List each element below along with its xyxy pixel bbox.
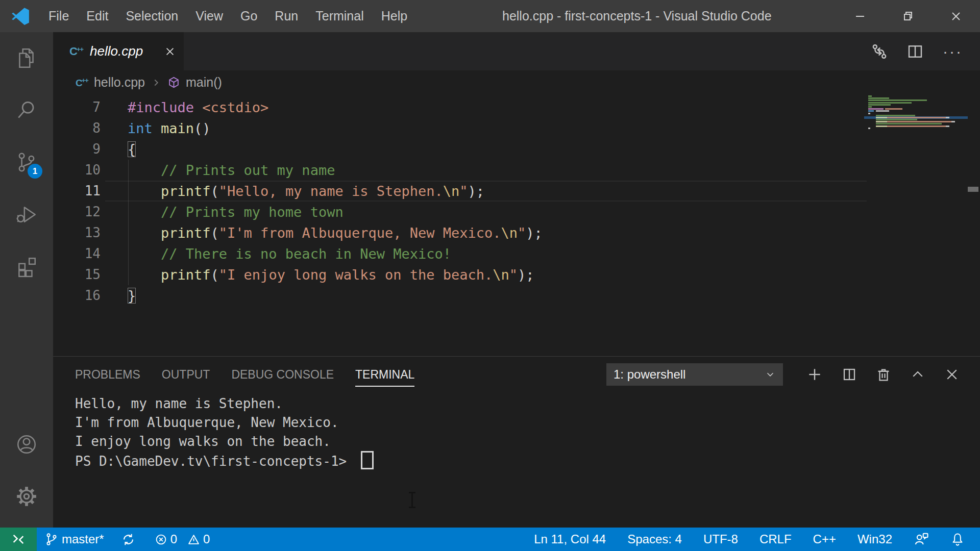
code-token: printf: [161, 267, 211, 283]
code-token: }: [128, 288, 136, 304]
code-token: \n: [493, 267, 509, 283]
minimap-seg: [876, 115, 916, 116]
code-text: // Prints out my name: [128, 160, 335, 181]
status-item-crlf[interactable]: CRLF: [760, 532, 792, 546]
code-token: );: [518, 267, 534, 283]
line-number: 10: [53, 160, 128, 181]
code-text: }: [128, 285, 136, 306]
code-token: \n: [501, 225, 518, 241]
code-token: (: [211, 267, 219, 283]
terminal-select[interactable]: 1: powershell: [606, 363, 783, 386]
minimap-seg: [868, 128, 870, 129]
panel-tab-output[interactable]: OUTPUT: [162, 357, 210, 392]
status-bar-right: Ln 11, Col 44Spaces: 4UTF-8CRLFC++Win32: [534, 532, 980, 547]
line-number: 11: [53, 181, 128, 202]
settings-gear-icon[interactable]: [0, 470, 53, 522]
code-text: printf("Hello, my name is Stephen.\n");: [128, 181, 484, 202]
close-panel-icon[interactable]: [944, 367, 960, 382]
menu-item-go[interactable]: Go: [232, 0, 266, 32]
code-token: [128, 267, 161, 283]
restore-icon[interactable]: [884, 0, 932, 32]
code-token: int: [128, 120, 153, 136]
split-editor-icon[interactable]: [907, 43, 923, 60]
code-text: #include <cstdio>: [128, 97, 268, 118]
code-token: #include: [128, 99, 194, 115]
chevron-down-icon: [765, 369, 776, 380]
explorer-icon[interactable]: [0, 32, 53, 84]
code-token: (): [194, 120, 211, 136]
line-number: 16: [53, 285, 128, 306]
menu-item-terminal[interactable]: Terminal: [307, 0, 372, 32]
code-line: 11 printf("Hello, my name is Stephen.\n"…: [53, 181, 980, 202]
menu-item-run[interactable]: Run: [266, 0, 307, 32]
kill-terminal-icon[interactable]: [876, 367, 891, 382]
code-text: // There is no beach in New Mexico!: [128, 243, 451, 264]
code-editor[interactable]: 7#include <cstdio>8int main()9{10 // Pri…: [53, 94, 980, 356]
vscode-window: FileEditSelectionViewGoRunTerminalHelp h…: [0, 0, 980, 551]
minimize-icon[interactable]: [836, 0, 884, 32]
status-item-utf-8[interactable]: UTF-8: [703, 532, 738, 546]
maximize-panel-icon[interactable]: [910, 367, 925, 382]
tab-close-icon[interactable]: [164, 46, 176, 57]
feedback-icon[interactable]: [914, 532, 929, 547]
extensions-icon[interactable]: [0, 240, 53, 292]
search-icon[interactable]: [0, 84, 53, 136]
status-item-ln-11-col-44[interactable]: Ln 11, Col 44: [534, 532, 606, 546]
more-actions-icon[interactable]: ···: [943, 44, 963, 59]
terminal-cursor: [361, 451, 374, 469]
git-branch-icon: [45, 533, 58, 546]
status-item-spaces-4[interactable]: Spaces: 4: [627, 532, 682, 546]
code-line: 12 // Prints my home town: [53, 202, 980, 222]
cpp-file-icon: C++: [76, 77, 88, 88]
terminal-output[interactable]: Hello, my name is Stephen.I'm from Albuq…: [53, 392, 980, 470]
window-controls: [836, 0, 980, 32]
status-item-win32[interactable]: Win32: [857, 532, 892, 546]
menu-item-help[interactable]: Help: [373, 0, 416, 32]
status-item-c-[interactable]: C++: [813, 532, 836, 546]
titlebar: FileEditSelectionViewGoRunTerminalHelp h…: [0, 0, 980, 32]
run-debug-icon[interactable]: [0, 188, 53, 240]
close-icon[interactable]: [932, 0, 980, 32]
minimap-seg: [868, 104, 891, 106]
problems-status[interactable]: 0 0: [155, 532, 210, 546]
bell-icon[interactable]: [950, 532, 965, 546]
warning-count: 0: [203, 532, 210, 546]
cpp-file-icon: C++: [69, 46, 83, 57]
panel-tab-debug-console[interactable]: DEBUG CONSOLE: [231, 357, 334, 392]
code-token: [128, 246, 161, 262]
code-token: // Prints out my name: [161, 162, 335, 178]
code-token: "I enjoy long walks on the beach.: [219, 267, 493, 283]
menu-item-selection[interactable]: Selection: [117, 0, 187, 32]
menu-item-view[interactable]: View: [187, 0, 232, 32]
split-terminal-icon[interactable]: [842, 367, 857, 382]
minimap-seg: [887, 126, 946, 127]
code-token: \n: [443, 183, 460, 199]
open-changes-icon[interactable]: [871, 43, 888, 60]
panel-tab-problems[interactable]: PROBLEMS: [75, 357, 140, 392]
panel-tab-terminal[interactable]: TERMINAL: [355, 357, 414, 392]
account-icon[interactable]: [0, 418, 53, 470]
terminal-lines: Hello, my name is Stephen.I'm from Albuq…: [75, 394, 980, 451]
breadcrumb-file[interactable]: hello.cpp: [94, 75, 145, 90]
new-terminal-icon[interactable]: [806, 366, 823, 383]
code-token: (: [211, 183, 219, 199]
remote-indicator[interactable]: [0, 528, 37, 551]
minimap-seg: [868, 95, 872, 97]
sync-button[interactable]: [121, 533, 135, 546]
code-line: 7#include <cstdio>: [53, 97, 980, 118]
line-number: 12: [53, 202, 128, 222]
git-branch-status[interactable]: master*: [45, 532, 104, 546]
warning-icon: [187, 533, 200, 546]
code-token: printf: [161, 183, 211, 199]
overview-ruler[interactable]: [966, 94, 980, 356]
terminal-prompt: PS D:\GameDev.tv\first-concepts-1>: [75, 454, 355, 469]
minimap[interactable]: [868, 95, 966, 130]
minimap-seg: [876, 126, 887, 127]
terminal-prompt-line: PS D:\GameDev.tv\first-concepts-1>: [75, 451, 980, 470]
menu-item-edit[interactable]: Edit: [78, 0, 117, 32]
source-control-icon[interactable]: 1: [0, 136, 53, 188]
tab-hello-cpp[interactable]: C++ hello.cpp: [53, 32, 184, 70]
breadcrumb-symbol[interactable]: main(): [186, 75, 222, 90]
code-line: 13 printf("I'm from Albuquerque, New Mex…: [53, 222, 980, 243]
menu-item-file[interactable]: File: [40, 0, 78, 32]
